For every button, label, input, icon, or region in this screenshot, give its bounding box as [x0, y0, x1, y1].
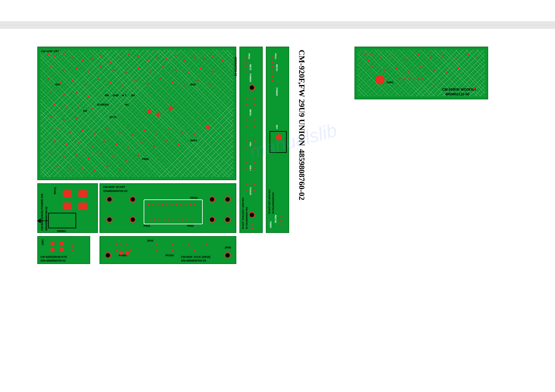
- pcb-woofer-board: CM-920FW WOOFER 4859801115-00 10W1: [354, 47, 488, 99]
- scart-label: CM-920F SCART: [103, 185, 125, 189]
- ctrl-tvvcr: TV/VCR: [249, 187, 252, 195]
- ref-pps3: PPS3: [190, 196, 197, 199]
- led-net: NET: [276, 125, 278, 129]
- ctrl-volplus: VOL+: [249, 165, 252, 171]
- woofer-partno: 4859801115-00: [445, 92, 469, 96]
- ref-p001: P001: [144, 224, 150, 227]
- control-sn: S/N:4859808760-02: [245, 207, 248, 229]
- ref-pa204: PA204: [165, 254, 174, 257]
- ref-pa01: 1001: [41, 239, 44, 245]
- ref-i901: I901: [55, 83, 61, 86]
- power-label: CM-920F(29U9) POWER SW.: [40, 193, 44, 231]
- scart-sn: S/N4859808760-02: [103, 189, 127, 193]
- led-p011: P011: [274, 53, 277, 59]
- led-sn: S/N4859808760-02: [272, 192, 275, 214]
- pcb-crt-board: CM-920F CRT 4859808760-02 I901 RN GND H.…: [37, 47, 236, 180]
- ref-jp06: JP06: [224, 246, 231, 249]
- ref-p908: P908: [190, 139, 197, 142]
- jack-label: CM-920F JACK (29U9): [181, 255, 210, 258]
- title-partno: 4859808760-02: [297, 149, 306, 200]
- ref-bk: BK: [131, 94, 135, 97]
- ref-nc: NC: [125, 103, 129, 106]
- ref-p002: P002: [187, 224, 194, 227]
- ctrl-p011: P011: [248, 53, 251, 59]
- ctrl-volminus: VOL-: [249, 142, 252, 147]
- ref-jp05: JP05: [147, 239, 153, 242]
- ref-screen: SCREEN: [97, 103, 109, 106]
- pcb-control-board: CM-920F CONTROL (29U9) S/N:4859808760-02…: [239, 47, 263, 233]
- led-power: POWER: [276, 88, 278, 96]
- eye-sn: S/N:4859808760-02: [40, 259, 66, 262]
- crt-board-label: CM-920F CRT: [41, 50, 59, 53]
- ref-sct1: SCT1: [109, 116, 117, 119]
- ref-gnd: GND: [113, 94, 119, 97]
- ctrl-power: POWER: [249, 74, 252, 82]
- pcb-scart-board: CM-920F SCART S/N4859808760-02 PPS3 P001…: [99, 183, 236, 233]
- jack-sn: S/N:4859808760-02: [181, 259, 206, 262]
- woofer-label: CM-920FW WOOFER: [442, 88, 476, 91]
- diagram-page: CM-920F,FW 29U9 UNION 4859808760-02 CM-9…: [37, 43, 499, 330]
- led-rec01: REC01: [276, 64, 278, 71]
- title-main: CM-920F,FW 29U9 UNION: [297, 50, 306, 146]
- eye-label: CM-920F(29U9) EYE: [40, 255, 67, 258]
- ref-10w1: 10W1: [386, 81, 394, 84]
- pcb-eye-board: CM-920F(29U9) EYE S/N:4859808760-02 1001: [37, 236, 90, 264]
- ref-p906: P906: [142, 157, 149, 161]
- ctrl-rec0: REC0: [249, 64, 252, 70]
- ref-rn: RN: [105, 94, 109, 97]
- pcb-jack-board: CM-920F JACK (29U9) S/N:4859808760-02 JP…: [99, 236, 236, 264]
- ref-sw801: SW801: [57, 230, 66, 233]
- ref-pps1: PPS1: [53, 187, 57, 194]
- ref-i908: I908: [190, 83, 196, 86]
- pcb-led-board: CM-920F LED (29U9) S/N4859808760-02 P011…: [266, 47, 289, 233]
- led-rec02: REC02: [274, 215, 277, 223]
- ref-gk: GK: [83, 109, 87, 112]
- crt-partno: 4859808760-02: [234, 57, 237, 76]
- control-label: CM-920F CONTROL (29U9): [242, 198, 244, 229]
- led-label: CM-920F LED (29U9): [268, 189, 271, 214]
- switch-sw801: SW801: [48, 213, 76, 228]
- led-timer: TIMER: [270, 221, 272, 228]
- header-rule-lines: [0, 22, 555, 28]
- ref-ht: H.T.: [122, 94, 127, 97]
- ctrl-menu: MENU: [249, 109, 252, 116]
